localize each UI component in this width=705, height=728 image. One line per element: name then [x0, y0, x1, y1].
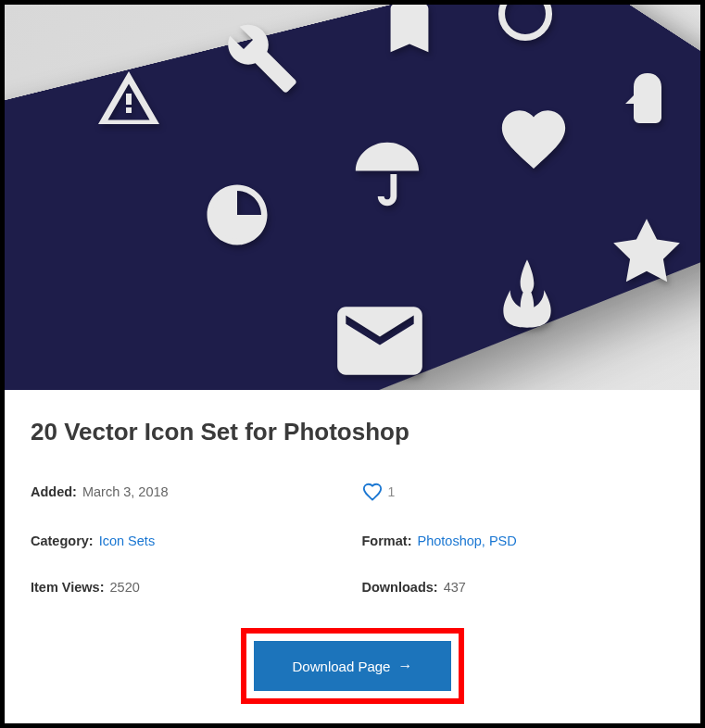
warning-icon — [95, 66, 162, 132]
download-section: Download Page → — [31, 595, 674, 704]
fire-icon — [486, 253, 568, 334]
bookmark-icon — [377, 5, 442, 60]
meta-downloads-value: 437 — [444, 580, 466, 595]
meta-format-label: Format: — [362, 533, 412, 548]
meta-added-value: March 3, 2018 — [82, 484, 169, 499]
meta-category-link[interactable]: Icon Sets — [99, 533, 155, 548]
heart-icon — [496, 101, 572, 177]
meta-item-views-label: Item Views: — [31, 580, 105, 595]
like-button[interactable]: 1 — [362, 482, 675, 502]
hero-preview-image — [5, 5, 700, 390]
download-highlight-box: Download Page → — [241, 628, 465, 704]
umbrella-icon — [349, 136, 425, 212]
download-button-label: Download Page — [293, 659, 391, 674]
meta-added: Added: March 3, 2018 — [31, 482, 344, 502]
meta-added-label: Added: — [31, 484, 77, 499]
content-section: 20 Vector Icon Set for Photoshop Added: … — [5, 390, 700, 704]
meta-downloads: Downloads: 437 — [362, 580, 675, 595]
bird-icon — [614, 68, 681, 134]
meta-category: Category: Icon Sets — [31, 533, 344, 548]
download-page-button[interactable]: Download Page → — [254, 641, 452, 691]
meta-grid: Added: March 3, 2018 1 Category: Icon Se… — [31, 482, 674, 595]
meta-downloads-label: Downloads: — [362, 580, 438, 595]
meta-format: Format: Photoshop, PSD — [362, 533, 675, 548]
hero-icons-container — [5, 5, 700, 390]
page-title: 20 Vector Icon Set for Photoshop — [31, 418, 674, 446]
meta-item-views-value: 2520 — [110, 580, 140, 595]
envelope-icon — [329, 290, 431, 390]
like-count: 1 — [388, 484, 396, 499]
star-icon — [607, 212, 686, 292]
meta-format-link[interactable]: Photoshop, PSD — [417, 533, 516, 548]
meta-category-label: Category: — [31, 533, 94, 548]
svg-point-0 — [502, 5, 549, 38]
pie-chart-icon — [201, 179, 273, 251]
meta-item-views: Item Views: 2520 — [31, 580, 344, 595]
arrow-right-icon: → — [397, 658, 412, 674]
tools-icon — [225, 21, 299, 95]
circle-icon — [494, 5, 557, 45]
heart-outline-icon — [362, 482, 383, 502]
